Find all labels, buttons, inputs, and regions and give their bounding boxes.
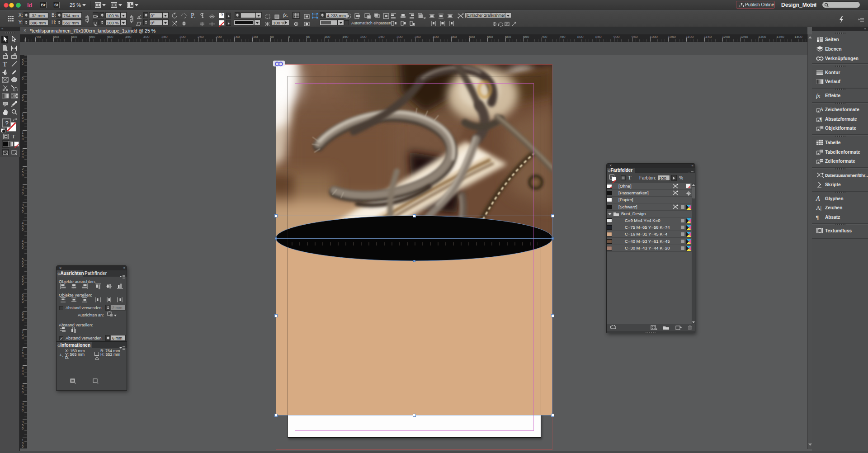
svg-text:¶: ¶ bbox=[820, 116, 822, 122]
svg-text:A: A bbox=[820, 106, 824, 113]
